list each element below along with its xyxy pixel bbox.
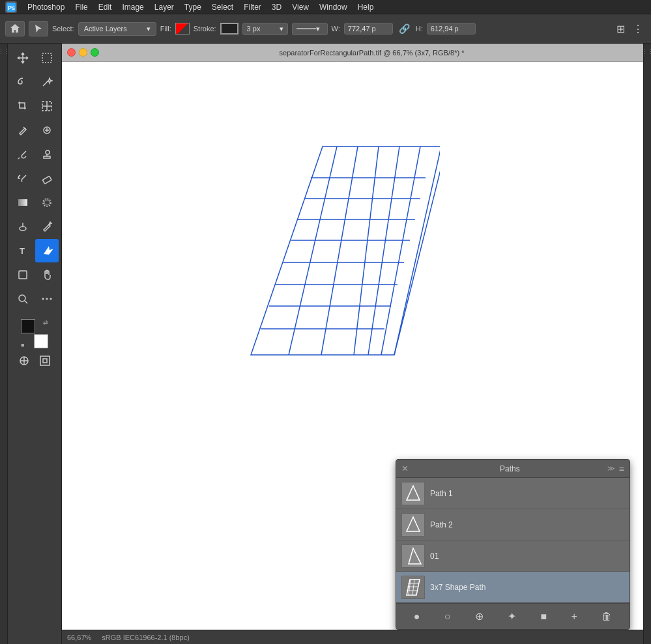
reset-colors-icon[interactable]: ■: [21, 342, 24, 348]
panel-titlebar: ✕ Paths ≫ ≡: [396, 460, 629, 478]
zoom-tool[interactable]: [11, 287, 35, 311]
align-button[interactable]: ⊞: [614, 21, 628, 36]
panel-footer: ● ○ ⊕ ✦ ■ + 🗑: [396, 603, 629, 629]
background-color-swatch[interactable]: [34, 334, 48, 348]
mask-button[interactable]: ■: [536, 608, 553, 625]
panel-menu-button[interactable]: ≡: [619, 464, 624, 474]
lasso-tool[interactable]: [11, 70, 35, 94]
home-button[interactable]: [5, 21, 25, 36]
menu-select[interactable]: Select: [212, 3, 233, 12]
new-path-button[interactable]: +: [566, 608, 583, 625]
svg-line-3: [43, 81, 48, 86]
magic-wand-tool[interactable]: [35, 70, 59, 94]
menu-window[interactable]: Window: [319, 3, 347, 12]
gradient-tool[interactable]: [11, 191, 35, 214]
history-brush-tool[interactable]: [11, 167, 35, 190]
eyedropper-tool[interactable]: [11, 119, 35, 142]
maximize-button[interactable]: [91, 48, 99, 57]
screen-mode-button[interactable]: [35, 353, 55, 369]
stroke-swatch[interactable]: [220, 23, 239, 35]
window-title: separatorForRectangularPath.tif @ 66,7% …: [106, 49, 638, 57]
menu-view[interactable]: View: [292, 3, 309, 12]
svg-marker-45: [407, 580, 420, 595]
fill-path-button[interactable]: ●: [409, 608, 426, 625]
move-tool[interactable]: [11, 46, 35, 70]
hand-tool[interactable]: [35, 263, 59, 287]
select-tool-button[interactable]: [29, 21, 48, 36]
quick-mask-button[interactable]: [14, 353, 34, 369]
path-item[interactable]: Path 2: [396, 509, 629, 540]
select-label: Select:: [52, 25, 74, 33]
svg-marker-42: [407, 486, 420, 500]
shape-tool[interactable]: [11, 263, 35, 287]
slice-tool[interactable]: [35, 94, 59, 118]
svg-marker-44: [409, 548, 421, 564]
foreground-color-swatch[interactable]: [21, 319, 35, 333]
path-selection-tool[interactable]: [35, 239, 59, 262]
path-item[interactable]: Path 1: [396, 478, 629, 509]
blur-tool[interactable]: [35, 191, 59, 214]
height-label: H:: [416, 25, 423, 33]
path-label-selected: 3x7 Shape Path: [430, 583, 485, 592]
canvas-area: separatorForRectangularPath.tif @ 66,7% …: [62, 44, 643, 644]
paths-list: Path 1 Path 2: [396, 478, 629, 603]
active-layers-dropdown[interactable]: Active Layers ▾: [78, 22, 156, 36]
fill-swatch[interactable]: [175, 23, 190, 35]
stamp-tool[interactable]: [35, 143, 59, 166]
app-icon: Ps: [5, 1, 17, 13]
svg-rect-12: [42, 176, 51, 184]
crop-tool[interactable]: [11, 94, 35, 118]
panel-collapse-button[interactable]: ≫: [607, 464, 615, 473]
marquee-tool[interactable]: [35, 46, 59, 70]
more-options-button[interactable]: ⋮: [630, 21, 646, 36]
type-tool[interactable]: T: [11, 239, 35, 262]
brush-tool[interactable]: [11, 143, 35, 166]
canvas-content[interactable]: ✕ Paths ≫ ≡: [62, 62, 643, 644]
stroke-path-button[interactable]: ○: [439, 608, 456, 625]
svg-text:T: T: [20, 246, 25, 256]
eraser-tool[interactable]: [35, 167, 59, 190]
menu-photoshop[interactable]: Photoshop: [27, 3, 65, 12]
menu-image[interactable]: Image: [122, 3, 143, 12]
svg-point-16: [20, 227, 26, 231]
menu-type[interactable]: Type: [184, 3, 201, 12]
load-path-button[interactable]: ⊕: [470, 608, 489, 625]
stroke-style-dropdown[interactable]: ▾: [292, 23, 328, 35]
height-field[interactable]: [427, 23, 476, 35]
path-item[interactable]: 01: [396, 540, 629, 572]
width-field[interactable]: [344, 23, 393, 35]
toolbox: T ⇄ ■: [8, 44, 62, 644]
zoom-status: 66,67%: [67, 634, 91, 641]
path-from-selection-button[interactable]: ✦: [502, 608, 521, 625]
swap-colors-icon[interactable]: ⇄: [43, 319, 48, 326]
path-label: 01: [430, 552, 439, 561]
dodge-tool[interactable]: [11, 215, 35, 238]
healing-tool[interactable]: [35, 119, 59, 142]
pen-tool[interactable]: [35, 215, 59, 238]
link-icon: 🔗: [397, 23, 412, 34]
path-thumbnail: [401, 482, 425, 505]
path-item-selected[interactable]: 3x7 Shape Path: [396, 572, 629, 603]
menu-file[interactable]: File: [75, 3, 87, 12]
menu-layer[interactable]: Layer: [154, 3, 174, 12]
panel-close-button[interactable]: ✕: [401, 464, 409, 473]
main-area: ⋮⋮: [0, 44, 651, 644]
svg-point-23: [46, 298, 48, 300]
menu-help[interactable]: Help: [358, 3, 374, 12]
svg-point-14: [44, 200, 50, 205]
close-button[interactable]: [67, 48, 76, 57]
document-window: separatorForRectangularPath.tif @ 66,7% …: [62, 44, 643, 644]
menu-filter[interactable]: Filter: [244, 3, 261, 12]
more-tools[interactable]: [35, 287, 59, 311]
menu-3d[interactable]: 3D: [272, 3, 282, 12]
svg-text:Ps: Ps: [8, 5, 15, 11]
svg-rect-19: [19, 271, 27, 279]
path-thumbnail-selected: [401, 576, 425, 599]
menu-edit[interactable]: Edit: [98, 3, 112, 12]
delete-path-button[interactable]: 🗑: [596, 608, 617, 625]
left-collapse-panel: ⋮⋮: [0, 44, 8, 644]
minimize-button[interactable]: [79, 48, 87, 57]
svg-point-10: [46, 150, 50, 154]
stroke-size-dropdown[interactable]: 3 px ▾: [242, 23, 288, 35]
svg-point-24: [50, 298, 51, 300]
